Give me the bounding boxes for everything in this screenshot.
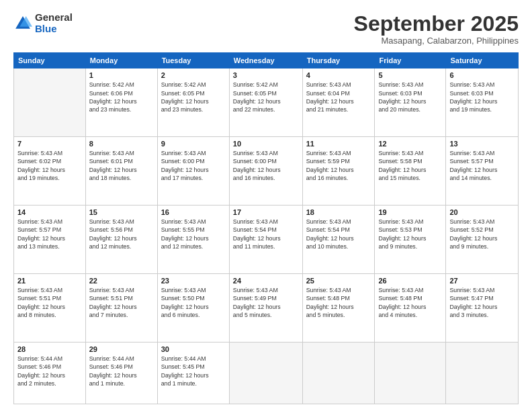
- day-info: Sunrise: 5:43 AM Sunset: 5:51 PM Dayligh…: [89, 286, 154, 319]
- day-number: 3: [233, 71, 299, 79]
- header-wednesday: Wednesday: [229, 53, 302, 68]
- day-number: 7: [17, 140, 82, 148]
- page: General Blue September 2025 Masapang, Ca…: [0, 0, 532, 411]
- header-monday: Monday: [85, 53, 157, 68]
- logo-line2: Blue: [35, 24, 73, 35]
- day-info: Sunrise: 5:43 AM Sunset: 5:59 PM Dayligh…: [306, 149, 371, 182]
- header-friday: Friday: [375, 53, 446, 68]
- calendar-cell: 28Sunrise: 5:44 AM Sunset: 5:46 PM Dayli…: [14, 342, 86, 404]
- header-thursday: Thursday: [302, 53, 375, 68]
- day-info: Sunrise: 5:43 AM Sunset: 6:00 PM Dayligh…: [161, 149, 226, 182]
- header-saturday: Saturday: [446, 53, 519, 68]
- day-info: Sunrise: 5:42 AM Sunset: 6:05 PM Dayligh…: [161, 81, 226, 113]
- day-number: 10: [233, 140, 299, 148]
- weekday-header-row: Sunday Monday Tuesday Wednesday Thursday…: [14, 53, 519, 68]
- day-number: 30: [161, 345, 226, 353]
- calendar-cell: [375, 342, 446, 404]
- day-number: 16: [161, 208, 226, 216]
- day-info: Sunrise: 5:43 AM Sunset: 6:00 PM Dayligh…: [233, 149, 299, 182]
- day-info: Sunrise: 5:43 AM Sunset: 5:57 PM Dayligh…: [17, 218, 82, 250]
- logo-line1: General: [35, 12, 73, 24]
- calendar-cell: 24Sunrise: 5:43 AM Sunset: 5:49 PM Dayli…: [229, 274, 302, 342]
- calendar-cell: 10Sunrise: 5:43 AM Sunset: 6:00 PM Dayli…: [229, 137, 302, 205]
- calendar-cell: 2Sunrise: 5:42 AM Sunset: 6:05 PM Daylig…: [157, 68, 229, 137]
- day-info: Sunrise: 5:43 AM Sunset: 5:48 PM Dayligh…: [378, 286, 442, 319]
- day-number: 15: [89, 208, 154, 216]
- day-info: Sunrise: 5:43 AM Sunset: 6:03 PM Dayligh…: [449, 81, 515, 113]
- calendar-cell: 18Sunrise: 5:43 AM Sunset: 5:54 PM Dayli…: [302, 205, 375, 274]
- day-number: 11: [306, 140, 371, 148]
- day-number: 18: [306, 208, 371, 216]
- day-info: Sunrise: 5:43 AM Sunset: 6:02 PM Dayligh…: [17, 149, 82, 182]
- week-row-2: 7Sunrise: 5:43 AM Sunset: 6:02 PM Daylig…: [14, 137, 519, 205]
- calendar-cell: 25Sunrise: 5:43 AM Sunset: 5:48 PM Dayli…: [302, 274, 375, 342]
- day-info: Sunrise: 5:43 AM Sunset: 5:56 PM Dayligh…: [89, 218, 154, 250]
- day-info: Sunrise: 5:43 AM Sunset: 5:49 PM Dayligh…: [233, 286, 299, 319]
- calendar-cell: 1Sunrise: 5:42 AM Sunset: 6:06 PM Daylig…: [85, 68, 157, 137]
- calendar-cell: 26Sunrise: 5:43 AM Sunset: 5:48 PM Dayli…: [375, 274, 446, 342]
- day-info: Sunrise: 5:43 AM Sunset: 6:04 PM Dayligh…: [306, 81, 371, 113]
- calendar-cell: 23Sunrise: 5:43 AM Sunset: 5:50 PM Dayli…: [157, 274, 229, 342]
- day-info: Sunrise: 5:43 AM Sunset: 5:52 PM Dayligh…: [449, 218, 515, 250]
- day-info: Sunrise: 5:43 AM Sunset: 5:48 PM Dayligh…: [306, 286, 371, 319]
- day-number: 1: [89, 71, 154, 79]
- logo-text: General Blue: [35, 12, 73, 34]
- logo-icon: [13, 14, 32, 33]
- day-number: 23: [161, 277, 226, 285]
- title-block: September 2025 Masapang, Calabarzon, Phi…: [354, 12, 519, 46]
- day-info: Sunrise: 5:43 AM Sunset: 5:47 PM Dayligh…: [449, 286, 515, 319]
- day-number: 9: [161, 140, 226, 148]
- calendar-cell: 14Sunrise: 5:43 AM Sunset: 5:57 PM Dayli…: [14, 205, 86, 274]
- week-row-3: 14Sunrise: 5:43 AM Sunset: 5:57 PM Dayli…: [14, 205, 519, 274]
- day-number: 12: [378, 140, 442, 148]
- calendar-cell: 5Sunrise: 5:43 AM Sunset: 6:03 PM Daylig…: [375, 68, 446, 137]
- day-info: Sunrise: 5:44 AM Sunset: 5:46 PM Dayligh…: [89, 355, 154, 387]
- calendar-cell: 15Sunrise: 5:43 AM Sunset: 5:56 PM Dayli…: [85, 205, 157, 274]
- day-info: Sunrise: 5:43 AM Sunset: 5:54 PM Dayligh…: [306, 218, 371, 250]
- day-number: 8: [89, 140, 154, 148]
- day-number: 5: [378, 71, 442, 79]
- calendar-table: Sunday Monday Tuesday Wednesday Thursday…: [13, 52, 519, 404]
- day-info: Sunrise: 5:44 AM Sunset: 5:45 PM Dayligh…: [161, 355, 226, 387]
- day-info: Sunrise: 5:43 AM Sunset: 5:58 PM Dayligh…: [378, 149, 442, 182]
- day-info: Sunrise: 5:43 AM Sunset: 5:55 PM Dayligh…: [161, 218, 226, 250]
- day-info: Sunrise: 5:43 AM Sunset: 5:54 PM Dayligh…: [233, 218, 299, 250]
- calendar-cell: 17Sunrise: 5:43 AM Sunset: 5:54 PM Dayli…: [229, 205, 302, 274]
- day-number: 27: [449, 277, 515, 285]
- calendar-cell: 30Sunrise: 5:44 AM Sunset: 5:45 PM Dayli…: [157, 342, 229, 404]
- day-info: Sunrise: 5:44 AM Sunset: 5:46 PM Dayligh…: [17, 355, 82, 387]
- calendar-cell: 3Sunrise: 5:42 AM Sunset: 6:05 PM Daylig…: [229, 68, 302, 137]
- location-subtitle: Masapang, Calabarzon, Philippines: [354, 36, 519, 46]
- calendar-cell: [446, 342, 519, 404]
- day-number: 21: [17, 277, 82, 285]
- calendar-cell: 22Sunrise: 5:43 AM Sunset: 5:51 PM Dayli…: [85, 274, 157, 342]
- day-number: 2: [161, 71, 226, 79]
- day-number: 20: [449, 208, 515, 216]
- day-info: Sunrise: 5:43 AM Sunset: 5:50 PM Dayligh…: [161, 286, 226, 319]
- day-info: Sunrise: 5:43 AM Sunset: 6:03 PM Dayligh…: [378, 81, 442, 113]
- calendar-cell: 19Sunrise: 5:43 AM Sunset: 5:53 PM Dayli…: [375, 205, 446, 274]
- calendar-cell: 13Sunrise: 5:43 AM Sunset: 5:57 PM Dayli…: [446, 137, 519, 205]
- day-number: 29: [89, 345, 154, 353]
- day-number: 17: [233, 208, 299, 216]
- calendar-cell: 8Sunrise: 5:43 AM Sunset: 6:01 PM Daylig…: [85, 137, 157, 205]
- day-info: Sunrise: 5:42 AM Sunset: 6:06 PM Dayligh…: [89, 81, 154, 113]
- week-row-5: 28Sunrise: 5:44 AM Sunset: 5:46 PM Dayli…: [14, 342, 519, 404]
- day-number: 6: [449, 71, 515, 79]
- month-title: September 2025: [354, 12, 519, 36]
- day-number: 28: [17, 345, 82, 353]
- header-tuesday: Tuesday: [157, 53, 229, 68]
- calendar-cell: 27Sunrise: 5:43 AM Sunset: 5:47 PM Dayli…: [446, 274, 519, 342]
- calendar-cell: 9Sunrise: 5:43 AM Sunset: 6:00 PM Daylig…: [157, 137, 229, 205]
- day-info: Sunrise: 5:43 AM Sunset: 5:53 PM Dayligh…: [378, 218, 442, 250]
- calendar-cell: 29Sunrise: 5:44 AM Sunset: 5:46 PM Dayli…: [85, 342, 157, 404]
- day-info: Sunrise: 5:43 AM Sunset: 6:01 PM Dayligh…: [89, 149, 154, 182]
- day-number: 19: [378, 208, 442, 216]
- calendar-cell: [14, 68, 86, 137]
- calendar-cell: 12Sunrise: 5:43 AM Sunset: 5:58 PM Dayli…: [375, 137, 446, 205]
- day-number: 26: [378, 277, 442, 285]
- calendar-cell: 4Sunrise: 5:43 AM Sunset: 6:04 PM Daylig…: [302, 68, 375, 137]
- header-sunday: Sunday: [14, 53, 86, 68]
- day-info: Sunrise: 5:43 AM Sunset: 5:57 PM Dayligh…: [449, 149, 515, 182]
- calendar-cell: 20Sunrise: 5:43 AM Sunset: 5:52 PM Dayli…: [446, 205, 519, 274]
